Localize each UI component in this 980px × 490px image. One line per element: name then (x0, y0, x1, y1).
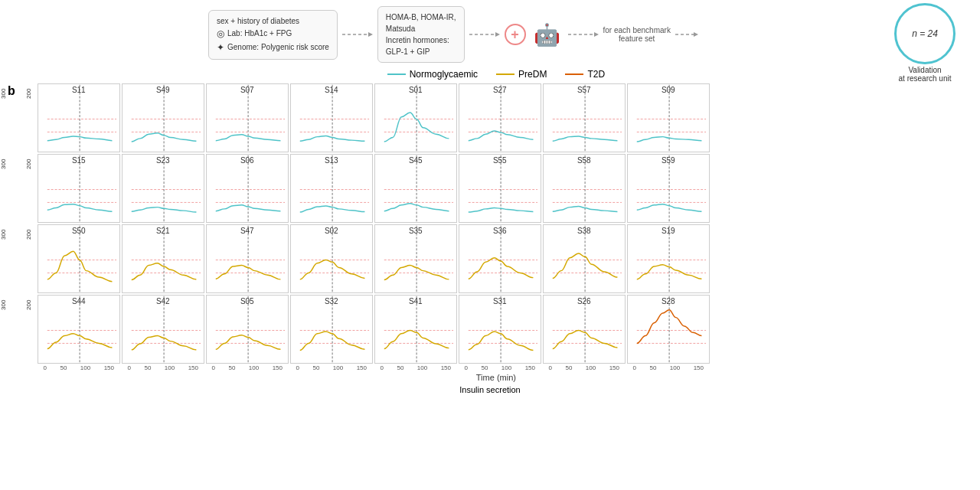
y-axis-label: 300200100 (20, 294, 37, 364)
chart-title-S01: S01 (409, 86, 423, 94)
x-tick-label: 100 (80, 364, 90, 371)
chart-title-S44: S44 (72, 297, 86, 305)
grid-cells-row-2: S50S21S47S02S35S36S38S19 (37, 224, 972, 294)
mini-chart-S02: S02 (290, 224, 373, 293)
mini-chart-S28: S28 (627, 295, 710, 364)
mini-chart-S57: S57 (543, 83, 626, 152)
x-tick-label: 50 (144, 364, 151, 371)
chart-title-S32: S32 (325, 297, 338, 305)
x-tick-group-6: 050100150 (542, 364, 626, 371)
mini-chart-S13: S13 (290, 154, 373, 223)
x-tick-label: 150 (694, 364, 704, 371)
chart-title-S55: S55 (493, 156, 507, 165)
x-tick-label: 150 (609, 364, 619, 371)
chart-title-S45: S45 (409, 156, 423, 165)
x-tick-label: 100 (501, 364, 511, 371)
mini-chart-S06: S06 (206, 154, 289, 223)
mini-chart-S07: S07 (206, 83, 289, 152)
mini-chart-S44: S44 (38, 295, 120, 364)
mini-chart-S19: S19 (627, 224, 710, 293)
mini-chart-S09: S09 (627, 83, 710, 152)
chart-title-S23: S23 (156, 156, 170, 165)
x-tick-label: 150 (188, 364, 198, 371)
legend: Normoglycaemic PreDM T2D (20, 69, 972, 80)
chart-title-S36: S36 (493, 227, 507, 235)
chart-title-S35: S35 (409, 227, 423, 235)
x-axis-title: Time (min) (20, 373, 972, 382)
chart-title-S59: S59 (662, 156, 675, 165)
y-axis-label: 300200100 (20, 224, 37, 294)
chart-title-S21: S21 (156, 227, 170, 235)
x-tick-label: 100 (333, 364, 343, 371)
chart-row-2: 300200100S50S21S47S02S35S36S38S19 (20, 224, 972, 294)
x-tick-group-3: 050100150 (289, 364, 374, 371)
benchmark-label: for each benchmarkfeature set (603, 26, 671, 43)
chart-title-S57: S57 (577, 86, 591, 94)
svg-marker-1 (368, 32, 373, 37)
x-tick-group-2: 050100150 (205, 364, 289, 371)
mini-chart-S36: S36 (459, 224, 541, 293)
x-tick-label: 150 (273, 364, 283, 371)
mini-chart-S01: S01 (374, 83, 457, 152)
chart-title-S06: S06 (240, 156, 254, 165)
x-tick-label: 0 (381, 364, 384, 371)
chart-title-S42: S42 (156, 297, 170, 305)
grid-cells-row-1: S15S23S06S13S45S55S58S59 (37, 153, 972, 224)
legend-t2d: T2D (565, 69, 605, 80)
mini-chart-S31: S31 (459, 295, 541, 364)
bottom-label: Insulin secretion (0, 385, 980, 394)
chart-title-S02: S02 (325, 227, 338, 235)
x-tick-label: 150 (104, 364, 114, 371)
legend-predm-label: PreDM (518, 69, 547, 80)
mini-chart-S49: S49 (122, 83, 204, 152)
chart-row-3: 300200100S44S42S05S32S41S31S26S28 (20, 294, 972, 364)
mini-chart-S55: S55 (459, 154, 541, 223)
mini-chart-S15: S15 (38, 154, 120, 223)
svg-marker-3 (495, 32, 500, 37)
x-tick-group-1: 050100150 (121, 364, 205, 371)
grid-cells-row-0: S11S49S07S14S01S27S57S09 (37, 83, 972, 153)
svg-marker-7 (694, 32, 698, 37)
x-tick-label: 0 (296, 364, 299, 371)
x-tick-label: 100 (417, 364, 427, 371)
chart-row-1: 300200100S15S23S06S13S45S55S58S59 (20, 153, 972, 224)
chart-row-0: 300200100S11S49S07S14S01S27S57S09 (20, 83, 972, 153)
x-tick-label: 100 (249, 364, 259, 371)
x-axis-row: 0501001500501001500501001500501001500501… (20, 364, 972, 371)
mini-chart-S35: S35 (374, 224, 457, 293)
x-tick-label: 100 (670, 364, 680, 371)
x-tick-label: 150 (441, 364, 451, 371)
chart-title-S05: S05 (240, 297, 254, 305)
mini-chart-S21: S21 (122, 224, 204, 293)
mini-chart-S11: S11 (38, 83, 120, 152)
y-axis-label: 300200100 (20, 83, 37, 153)
x-tick-label: 100 (165, 364, 175, 371)
chart-title-S28: S28 (662, 297, 675, 305)
mini-chart-S42: S42 (122, 295, 204, 364)
mini-chart-S32: S32 (290, 295, 373, 364)
x-tick-label: 50 (60, 364, 67, 371)
y-axis-label: 300200100 (20, 153, 37, 224)
x-tick-label: 50 (397, 364, 403, 371)
mini-chart-S23: S23 (122, 154, 204, 223)
x-tick-label: 50 (228, 364, 235, 371)
mini-chart-S41: S41 (374, 295, 457, 364)
x-tick-label: 150 (357, 364, 367, 371)
legend-normoglycaemic: Normoglycaemic (387, 69, 478, 80)
mini-chart-S50: S50 (38, 224, 120, 293)
validation-circle: n = 24 (894, 3, 956, 64)
mini-chart-S47: S47 (206, 224, 289, 293)
legend-normoglycaemic-label: Normoglycaemic (410, 69, 478, 80)
legend-t2d-label: T2D (587, 69, 605, 80)
legend-predm: PreDM (496, 69, 547, 80)
x-tick-label: 0 (465, 364, 468, 371)
chart-title-S47: S47 (240, 227, 254, 235)
x-tick-label: 50 (312, 364, 319, 371)
grid-container: 300200100S11S49S07S14S01S27S57S093002001… (20, 83, 972, 364)
chart-title-S14: S14 (325, 86, 338, 94)
mini-chart-S05: S05 (206, 295, 289, 364)
mini-chart-S45: S45 (374, 154, 457, 223)
chart-title-S26: S26 (577, 297, 591, 305)
chart-title-S31: S31 (493, 297, 507, 305)
x-tick-label: 150 (525, 364, 535, 371)
